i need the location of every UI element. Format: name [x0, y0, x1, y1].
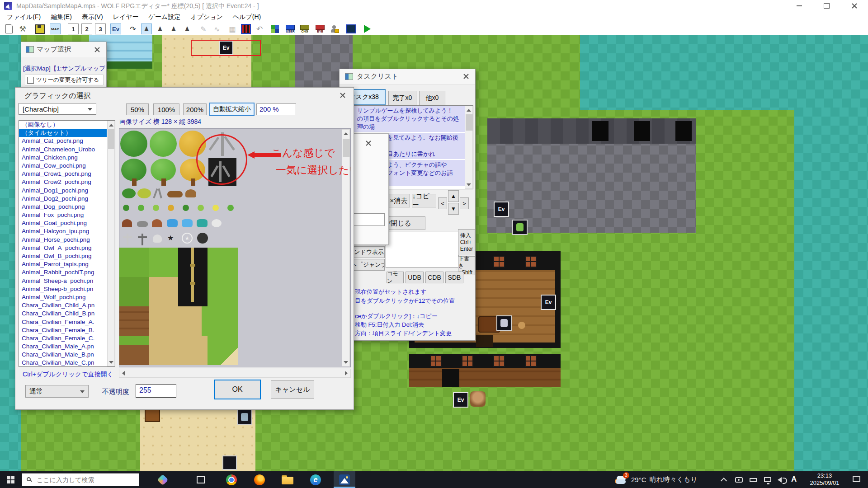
event-sprite-box[interactable]	[496, 315, 512, 331]
map-select-close-icon[interactable]	[93, 46, 102, 54]
start-button[interactable]	[0, 471, 22, 488]
maximize-button[interactable]	[814, 0, 839, 12]
file-list-item[interactable]: Chara_Civilian_Child_A.pn	[19, 301, 107, 310]
scroll-up-icon[interactable]	[465, 106, 472, 114]
task-prev-button[interactable]: <	[438, 197, 447, 209]
popup-input[interactable]	[351, 213, 385, 226]
file-list-item[interactable]: Animal_Cat_pochi.png	[19, 137, 107, 145]
permissions-button[interactable]	[329, 23, 340, 34]
task-input-area[interactable]	[386, 231, 459, 268]
file-list-item[interactable]: Animal_Sheep-a_pochi.pn	[19, 277, 107, 285]
change-db-button[interactable]: CNG	[299, 23, 310, 34]
menu-item[interactable]: オプション	[185, 13, 228, 21]
popup-close-icon[interactable]	[364, 139, 373, 147]
user-db-button[interactable]: USER	[285, 23, 296, 34]
file-list-item[interactable]: Chara_Civilian_Child_B.pn	[19, 310, 107, 318]
file-list-item[interactable]: Chara_Civilian_Male_C.pn	[19, 359, 107, 367]
editor-options-button[interactable]: ⚒	[17, 23, 28, 34]
ime-indicator[interactable]: A	[791, 475, 797, 484]
file-list-item[interactable]: Chara_Civilian_Female_C.	[19, 334, 107, 343]
minimize-button[interactable]	[787, 0, 812, 12]
menu-item[interactable]: 表示(V)	[77, 13, 108, 21]
event-layer-button[interactable]: Ev	[110, 23, 121, 34]
common-db-button[interactable]: コモン	[387, 272, 404, 283]
stamp-tool-4-button[interactable]: ♟	[182, 23, 193, 34]
event-marker[interactable]: Ev	[541, 295, 556, 310]
lasso-tool-button[interactable]: ∿	[212, 23, 222, 34]
zoom-50-button[interactable]: 50%	[126, 103, 149, 115]
tray-expand-icon[interactable]	[721, 478, 727, 484]
file-list-item[interactable]: Animal_Goat_pochi.png	[19, 219, 107, 227]
event-marker-selected[interactable]: Ev	[219, 41, 233, 55]
zoom-100-button[interactable]: 100%	[153, 103, 179, 115]
menu-item[interactable]: レイヤー	[108, 13, 144, 21]
file-list-item[interactable]: Animal_Crow2_pochi.png	[19, 178, 107, 186]
new-file-button[interactable]	[4, 23, 14, 34]
minimap-button[interactable]	[241, 23, 251, 34]
rotate-tool-button[interactable]: ↷	[127, 23, 138, 34]
stamp-tool-1-button[interactable]: ♟	[141, 23, 152, 34]
dialog-close-icon[interactable]	[338, 91, 347, 99]
tray-volume-icon[interactable]	[778, 477, 782, 483]
scroll-thumb[interactable]	[343, 139, 350, 157]
tasklist-close-icon[interactable]	[462, 72, 471, 80]
close-button[interactable]	[842, 0, 867, 12]
search-input[interactable]	[36, 476, 128, 484]
file-list-scrollbar[interactable]	[107, 121, 115, 366]
task-item[interactable]: サンプルゲームを探検してみよう！ の項目をダブルクリックするとその処理の場 が開…	[342, 106, 465, 132]
browser-edge-button[interactable]: e	[305, 471, 326, 488]
browser-firefox-button[interactable]	[249, 471, 270, 488]
zoom-auto-button[interactable]: 自動拡大縮小	[209, 103, 255, 116]
tile-preview[interactable]: ★ ★	[119, 128, 351, 367]
map-select-titlebar[interactable]: マップ選択	[21, 42, 106, 57]
taskbar-search[interactable]	[22, 473, 139, 486]
event-sprite-box[interactable]	[237, 409, 252, 425]
task-view-button[interactable]	[190, 471, 212, 488]
scroll-left-icon[interactable]	[119, 369, 127, 377]
fill-tool-button[interactable]: ▦	[227, 23, 238, 34]
file-list-item[interactable]: Animal_Cow_pochi.png	[19, 162, 107, 170]
cdb-button[interactable]: CDB	[425, 272, 443, 283]
tray-device-icon[interactable]	[735, 477, 743, 483]
save-button[interactable]	[34, 23, 45, 34]
menu-item[interactable]: 編集(E)	[46, 13, 77, 21]
file-list-item[interactable]: Animal_Crow1_pochi.png	[19, 170, 107, 178]
udb-button[interactable]: UDB	[406, 272, 424, 283]
zoom-value-field[interactable]: 200 %	[256, 103, 296, 115]
file-list-item[interactable]: Chara_Civilian_Female_B.	[19, 326, 107, 334]
active-app-button[interactable]	[334, 471, 355, 488]
tasklist-titlebar[interactable]: タスクリスト	[340, 69, 475, 85]
task-insert-button[interactable]: 挿入 Ctrl+ Enter	[458, 229, 475, 255]
file-explorer-button[interactable]	[277, 471, 298, 488]
map-mode-button[interactable]: MAP	[50, 23, 61, 34]
stamp-tool-3-button[interactable]: ♟	[168, 23, 179, 34]
layer3-button[interactable]: 3	[95, 23, 106, 34]
pen-tool-button[interactable]: ✎	[198, 23, 209, 34]
file-list-item[interactable]: Animal_Dog_pochi.png	[19, 203, 107, 211]
file-list-item[interactable]: Animal_Wolf_pochi.png	[19, 293, 107, 301]
event-marker[interactable]: Ev	[453, 392, 468, 408]
file-list-item[interactable]: Chara_Civilian_Male_B.pn	[19, 351, 107, 359]
file-list-item[interactable]: （タイルセット）	[19, 129, 107, 137]
file-list-item[interactable]: Animal_Halcyon_ipu.png	[19, 227, 107, 235]
file-list-item[interactable]: Animal_Chicken.png	[19, 154, 107, 162]
scroll-thumb[interactable]	[466, 114, 473, 131]
category-dropdown[interactable]: [CharaChip]	[19, 103, 96, 115]
task-copy-button[interactable]: ↓コピー	[412, 194, 436, 207]
tasklist-scrollbar[interactable]	[465, 106, 473, 189]
layer1-button[interactable]: 1	[68, 23, 79, 34]
notification-center-icon[interactable]	[853, 476, 860, 482]
eye-view-button[interactable]: EYE	[315, 23, 326, 34]
file-list-item[interactable]: Animal_Owl_A_pochi.png	[19, 244, 107, 252]
task-window-button[interactable]: ンドウ表示	[353, 246, 385, 258]
tray-battery-icon[interactable]	[750, 478, 757, 482]
zoom-200-button[interactable]: 200%	[183, 103, 207, 115]
game-screen-button[interactable]	[345, 23, 356, 34]
scroll-thumb[interactable]	[108, 129, 114, 149]
copilot-button[interactable]	[152, 471, 174, 488]
event-sprite-box[interactable]	[512, 220, 528, 235]
layer2-button[interactable]: 2	[81, 23, 92, 34]
scroll-right-icon[interactable]	[342, 369, 350, 377]
clock-widget[interactable]: 23:13 2025/09/01	[803, 472, 846, 487]
scroll-up-icon[interactable]	[108, 121, 114, 129]
